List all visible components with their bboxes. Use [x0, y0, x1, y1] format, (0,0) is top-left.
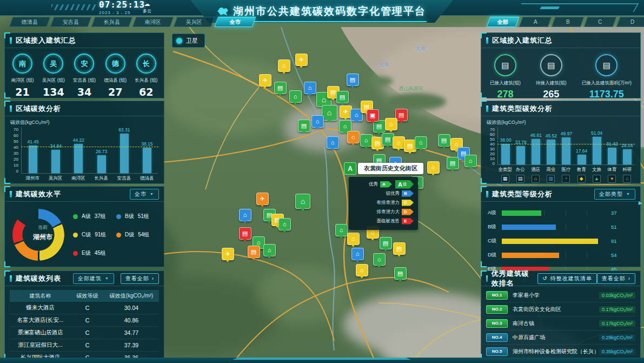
table-row[interactable]: 蝶来大酒店C30.04: [10, 302, 159, 314]
ranking-row[interactable]: NO.1李家巷小学0.03kgCO₂/m²: [486, 288, 635, 302]
building-marker[interactable]: ▤: [380, 237, 392, 249]
grade-tab[interactable]: A: [519, 17, 552, 27]
building-marker[interactable]: ⌂: [289, 90, 302, 103]
region-badge-icon: 安: [74, 54, 94, 74]
building-marker[interactable]: ⌂: [327, 136, 339, 149]
building-marker[interactable]: ⌂: [278, 218, 291, 230]
table-row[interactable]: 名富大酒店(长安...C40.86: [10, 314, 159, 327]
grade-tab[interactable]: D: [616, 17, 644, 27]
view-all-button[interactable]: 查看全部 ›: [121, 273, 159, 284]
grade-badge: A: [344, 162, 356, 175]
building-marker[interactable]: ⌂: [278, 60, 290, 72]
building-marker[interactable]: ⌂: [360, 134, 373, 147]
building-marker[interactable]: ▤: [336, 91, 349, 103]
building-marker[interactable]: ⌂: [347, 233, 360, 245]
building-marker[interactable]: ⌂: [322, 105, 337, 121]
region-badge-icon: 长: [136, 54, 156, 74]
panel-collapse-arrow[interactable]: ▶: [639, 200, 642, 206]
building-marker[interactable]: ⌂: [263, 244, 276, 256]
dropdown-value: 全部建筑: [78, 275, 102, 282]
button-label: 查看全部: [125, 275, 149, 282]
grade-label: A级: [488, 209, 502, 216]
building-filter-dropdown[interactable]: 全部建筑 ▼: [73, 273, 114, 284]
bar-value-label: 45.52: [546, 133, 557, 138]
grade-tab[interactable]: 全部: [487, 17, 520, 27]
header-right-decoration: [516, 3, 639, 12]
icon-cell: ◆: [574, 175, 589, 183]
panel-building-list: 建筑碳效列表 全部建筑 ▼ 查看全部 › 建筑名称碳效等级碳效值(kgCO₂/m…: [4, 270, 164, 360]
building-marker[interactable]: ⌂: [335, 224, 348, 236]
tab-label: D: [630, 19, 634, 25]
bar-column: 34.84: [44, 127, 67, 173]
ranking-row[interactable]: NO.2衣裳街历史文化街区0.17kgCO₂/m²: [486, 302, 635, 316]
building-marker[interactable]: ⌂: [373, 253, 386, 266]
building-marker[interactable]: ▤: [239, 227, 251, 240]
bar-column: 44.22: [67, 127, 90, 173]
building-marker[interactable]: ⌂: [311, 115, 324, 128]
ranking-value: 0.17kgCO₂/m²: [599, 306, 635, 313]
rectify-list-button[interactable]: ↺ 待整改建筑清单: [537, 273, 596, 284]
bar: [623, 149, 632, 164]
building-marker[interactable]: ⌂: [464, 155, 477, 167]
building-marker[interactable]: ▤: [298, 120, 310, 132]
building-marker[interactable]: ▤: [447, 157, 459, 169]
region-tab[interactable]: 南浔区: [132, 17, 174, 27]
ranking-row[interactable]: NO.3南浔古镇0.17kgCO₂/m²: [486, 316, 635, 331]
table-row[interactable]: 浙江皇冠假日大...C37.39: [10, 339, 159, 352]
access-stat-label: 已接入总建筑面积(万m²): [582, 80, 632, 87]
table-cell: 名富大酒店(长安...: [10, 316, 71, 324]
panel-title: 优秀建筑碳效排名 ↺ 待整改建筑清单 查看全部 ›: [481, 271, 640, 286]
grade-bar-track: [502, 225, 608, 230]
building-marker[interactable]: ⌂: [239, 209, 251, 221]
column-header: 碳效等级: [71, 292, 104, 300]
building-marker[interactable]: ▤: [347, 74, 359, 86]
satellite-toggle[interactable]: 卫星: [172, 34, 205, 48]
building-marker[interactable]: ⌂: [295, 194, 310, 209]
grade-tab[interactable]: C: [584, 17, 617, 27]
building-marker[interactable]: ⌂: [415, 136, 427, 149]
city-scope-dropdown[interactable]: 全市 ▼: [130, 189, 159, 200]
building-marker[interactable]: ⌂: [351, 248, 364, 260]
building-marker[interactable]: ✈: [256, 193, 269, 205]
building-marker[interactable]: ▤: [248, 246, 260, 258]
building-marker[interactable]: ⌂: [427, 161, 440, 174]
building-marker[interactable]: ▤: [373, 120, 386, 133]
access-stat: ▤待接入建筑(组)265: [536, 54, 567, 100]
ranking-row[interactable]: NO.4中原百盛广场0.29kgCO₂/m²: [486, 331, 635, 345]
table-row[interactable]: 景澜富硒山居酒店C34.77: [10, 327, 159, 339]
type-filter-dropdown[interactable]: 全部类型 ▼: [594, 189, 635, 200]
building-marker[interactable]: ⌂: [393, 136, 405, 149]
medical-icon: +: [562, 175, 570, 183]
dashboard: 太湖太湖西山风景区 ✈⌂✈▤⌂⌂⌂▤▤▤⌂⌂▤✈⌂▤▤▤⌂▣⌂⌂⌂⌂▤▤⌂▤⌂▤…: [0, 0, 644, 363]
building-marker[interactable]: ⌂: [304, 82, 316, 94]
ranking-row[interactable]: NO.5湖州市特种设备检测研究院（长兴）0.35kgCO₂/m²: [486, 345, 635, 359]
building-marker[interactable]: ✈: [259, 74, 271, 87]
bar-value-label: 26.73: [96, 149, 107, 154]
view-all-button[interactable]: 查看全部 ›: [597, 273, 635, 284]
map-tooltip[interactable]: A 衣裳街历史文化街区: [344, 162, 423, 175]
building-marker[interactable]: ▤: [274, 82, 287, 94]
building-marker[interactable]: ✈: [222, 248, 234, 260]
building-marker[interactable]: ▤: [394, 267, 407, 280]
region-tab[interactable]: 吴兴区: [174, 17, 215, 27]
x-category-label: 体育: [605, 167, 620, 173]
icon-cell: ●: [605, 175, 620, 183]
building-marker[interactable]: ▤: [438, 134, 450, 147]
cloud-icon: ☁: [143, 1, 151, 6]
building-marker[interactable]: ⌂: [356, 264, 368, 276]
map-place-label: 太湖: [379, 62, 388, 69]
region-tab[interactable]: 长兴县: [91, 17, 133, 27]
y-tick: 0: [16, 169, 18, 174]
building-marker[interactable]: ▣: [367, 109, 379, 122]
building-marker[interactable]: ⌂: [347, 131, 360, 143]
building-marker[interactable]: ▤: [393, 242, 406, 255]
y-tick: 60: [14, 133, 18, 138]
building-marker[interactable]: ⌂: [385, 118, 397, 130]
current-time: 07:25:13: [99, 1, 145, 9]
region-tab[interactable]: 安吉县: [50, 17, 92, 27]
region-tab[interactable]: 德清县: [9, 17, 51, 27]
region-tab[interactable]: 全市: [215, 17, 256, 27]
building-marker[interactable]: ✈: [295, 54, 308, 66]
y-tick: 70: [14, 127, 18, 132]
grade-tab[interactable]: B: [552, 17, 585, 27]
